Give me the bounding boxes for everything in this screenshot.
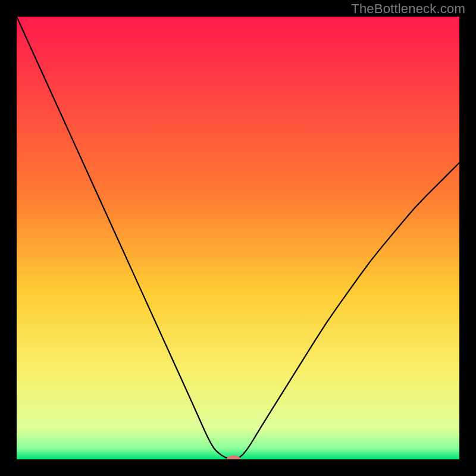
plot-area [17,17,459,459]
chart-frame: TheBottleneck.com [0,0,476,476]
gradient-background [17,17,459,459]
bottleneck-chart-svg [17,17,459,459]
watermark-label: TheBottleneck.com [351,1,465,17]
